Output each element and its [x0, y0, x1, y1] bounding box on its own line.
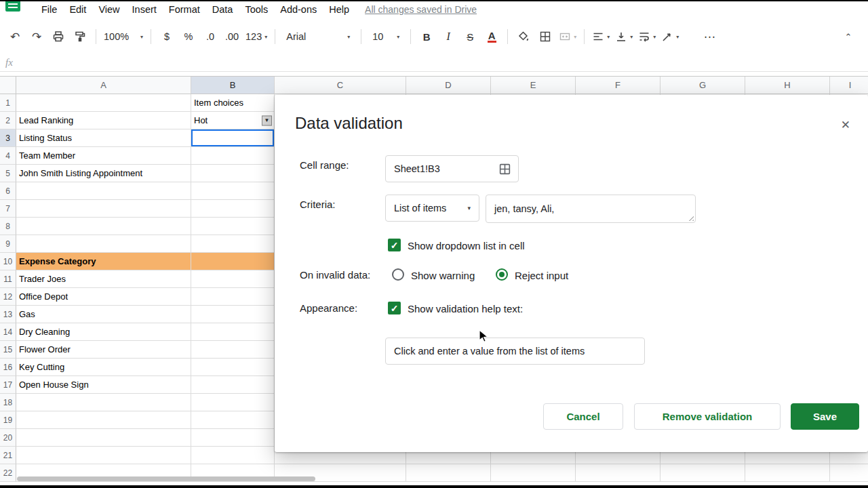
fill-color-button[interactable] — [513, 26, 534, 47]
column-header-E[interactable]: E — [491, 77, 576, 94]
menu-help[interactable]: Help — [323, 3, 355, 16]
row-header-16[interactable]: 16 — [0, 359, 16, 376]
cell-B16[interactable] — [191, 359, 275, 376]
row-header-12[interactable]: 12 — [0, 288, 16, 306]
cell-E22[interactable] — [491, 464, 576, 482]
save-button[interactable]: Save — [791, 403, 859, 430]
text-rotation-button[interactable]: ▾ — [659, 26, 681, 47]
cancel-button[interactable]: Cancel — [543, 403, 623, 430]
menu-edit[interactable]: Edit — [63, 3, 92, 16]
cell-H22[interactable] — [745, 464, 830, 482]
row-header-2[interactable]: 2 — [0, 112, 16, 129]
horizontal-scrollbar[interactable] — [17, 476, 315, 481]
row-header-21[interactable]: 21 — [0, 447, 16, 464]
cell-B12[interactable] — [191, 288, 275, 306]
more-options-icon[interactable]: ⋯ — [699, 26, 719, 47]
row-header-9[interactable]: 9 — [0, 235, 16, 253]
menu-format[interactable]: Format — [163, 3, 206, 16]
cell-G22[interactable] — [660, 464, 745, 482]
resize-handle-icon[interactable] — [687, 214, 694, 221]
criteria-type-select[interactable]: List of items ▾ — [385, 195, 479, 222]
cell-A11[interactable]: Trader Joes — [16, 270, 191, 288]
row-header-10[interactable]: 10 — [0, 253, 16, 270]
cell-A4[interactable]: Team Member — [16, 147, 191, 165]
column-header-A[interactable]: A — [16, 77, 191, 94]
select-all-corner[interactable] — [0, 77, 16, 94]
cell-B21[interactable] — [191, 447, 275, 464]
help-text-input[interactable]: Click and enter a value from the list of… — [385, 338, 645, 365]
menu-file[interactable]: File — [35, 3, 63, 16]
show-help-text-checkbox[interactable]: ✓ — [388, 302, 401, 314]
close-icon[interactable]: ✕ — [841, 118, 850, 132]
cell-A15[interactable]: Flower Order — [16, 341, 191, 359]
cell-B3[interactable] — [191, 129, 275, 147]
cell-B20[interactable] — [191, 429, 275, 447]
text-wrap-button[interactable]: ▾ — [636, 26, 658, 47]
format-currency-button[interactable]: $ — [157, 26, 177, 47]
strikethrough-button[interactable]: S — [460, 26, 480, 47]
redo-icon[interactable]: ↷ — [26, 26, 47, 47]
font-size-select[interactable]: 10▾ — [367, 26, 405, 47]
column-header-B[interactable]: B — [191, 77, 275, 94]
row-header-4[interactable]: 4 — [0, 147, 16, 165]
cell-A2[interactable]: Lead Ranking — [16, 112, 191, 129]
menu-addons[interactable]: Add-ons — [274, 3, 323, 16]
increase-decimal-button[interactable]: .00 — [222, 26, 242, 47]
cell-A8[interactable] — [16, 218, 191, 235]
cell-A10[interactable]: Expense Category — [16, 253, 191, 270]
cell-F22[interactable] — [576, 464, 660, 482]
borders-button[interactable] — [535, 26, 555, 47]
cell-B9[interactable] — [191, 235, 275, 253]
criteria-values-input[interactable]: jen, tansy, Ali, — [486, 195, 696, 223]
cell-A17[interactable]: Open House Sign — [16, 376, 191, 394]
cell-A20[interactable] — [16, 429, 191, 447]
font-family-select[interactable]: Arial▾ — [281, 26, 355, 47]
more-formats-button[interactable]: 123▾ — [243, 26, 269, 47]
row-header-3[interactable]: 3 — [0, 129, 16, 147]
cell-A6[interactable] — [16, 182, 191, 200]
show-dropdown-checkbox[interactable]: ✓ — [388, 239, 401, 251]
cell-B15[interactable] — [191, 341, 275, 359]
select-data-range-icon[interactable] — [498, 163, 511, 178]
paint-format-icon[interactable] — [70, 26, 90, 47]
cell-A7[interactable] — [16, 200, 191, 218]
formula-bar[interactable]: fx — [0, 54, 868, 72]
cell-range-input[interactable]: Sheet1!B3 — [385, 155, 519, 182]
collapse-toolbar-icon[interactable]: ⌃ — [838, 26, 859, 47]
cell-A19[interactable] — [16, 411, 191, 429]
cell-B4[interactable] — [191, 147, 275, 165]
cell-B13[interactable] — [191, 306, 275, 323]
zoom-select[interactable]: 100%▾ — [102, 26, 145, 47]
row-header-14[interactable]: 14 — [0, 323, 16, 341]
remove-validation-button[interactable]: Remove validation — [634, 403, 781, 430]
cell-I22[interactable] — [830, 464, 868, 482]
cell-B14[interactable] — [191, 323, 275, 341]
sheets-logo-icon[interactable] — [5, 1, 20, 12]
cell-A9[interactable] — [16, 235, 191, 253]
row-header-11[interactable]: 11 — [0, 270, 16, 288]
vertical-align-button[interactable]: ▾ — [613, 26, 635, 47]
show-warning-radio[interactable] — [392, 268, 404, 281]
column-header-H[interactable]: H — [745, 77, 830, 94]
row-header-6[interactable]: 6 — [0, 182, 16, 200]
show-dropdown-label[interactable]: Show dropdown list in cell — [408, 240, 525, 251]
bold-button[interactable]: B — [416, 26, 437, 47]
row-header-1[interactable]: 1 — [0, 94, 16, 112]
undo-icon[interactable]: ↶ — [5, 26, 25, 47]
cell-B8[interactable] — [191, 218, 275, 235]
cell-A13[interactable]: Gas — [16, 306, 191, 323]
row-header-13[interactable]: 13 — [0, 306, 16, 323]
show-help-text-label[interactable]: Show validation help text: — [408, 303, 523, 314]
row-header-22[interactable]: 22 — [0, 464, 16, 482]
cell-D22[interactable] — [406, 464, 491, 482]
cell-A14[interactable]: Dry Cleaning — [16, 323, 191, 341]
print-icon[interactable] — [48, 26, 68, 47]
cell-A3[interactable]: Listing Status — [16, 129, 191, 147]
cell-A21[interactable] — [16, 447, 191, 464]
row-header-17[interactable]: 17 — [0, 376, 16, 394]
column-header-G[interactable]: G — [660, 77, 745, 94]
format-percent-button[interactable]: % — [178, 26, 199, 47]
cell-A12[interactable]: Office Depot — [16, 288, 191, 306]
menu-view[interactable]: View — [92, 3, 125, 16]
cell-A1[interactable] — [16, 94, 191, 112]
